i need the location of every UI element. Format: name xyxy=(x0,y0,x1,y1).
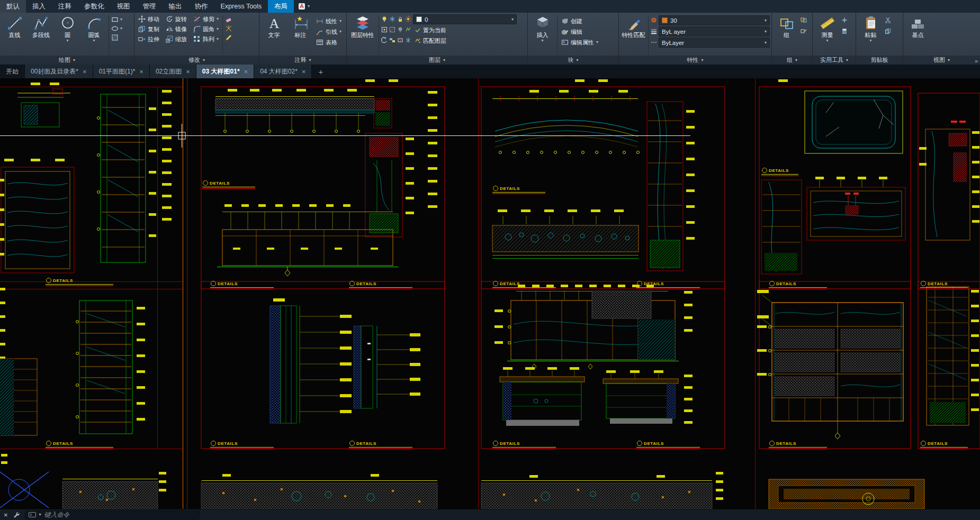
group-edit-button[interactable] xyxy=(801,27,807,37)
menu-tab-view[interactable]: 视图 xyxy=(111,0,137,13)
hatch-tool-button[interactable] xyxy=(111,34,122,41)
trim-button[interactable]: 修剪▾ xyxy=(192,14,220,24)
ribbon-overflow-icon[interactable]: » xyxy=(975,58,978,64)
copy-button[interactable]: 复制 xyxy=(137,24,161,34)
ellipse-tool-button[interactable]: ▾ xyxy=(111,25,122,32)
move-button[interactable]: 移动 xyxy=(137,14,161,24)
panel-label-properties[interactable]: 特性▾ xyxy=(619,56,771,65)
array-button[interactable]: 阵列▾ xyxy=(192,34,220,44)
chevron-down-icon: ▾ xyxy=(217,37,219,41)
layer-merge-button[interactable] xyxy=(389,36,395,45)
scale-button[interactable]: 缩放 xyxy=(164,34,188,44)
panel-label-layers[interactable]: 图层▾ xyxy=(347,56,527,65)
layer-isolate-button[interactable] xyxy=(381,25,388,35)
layer-sun-button[interactable] xyxy=(405,15,411,24)
match-layer-button[interactable]: 匹配图层 xyxy=(413,36,448,45)
circle-button[interactable]: 圆 ▾ xyxy=(55,14,80,44)
drawing-canvas[interactable]: DETAILS DETAILS DETAILS DETAILS DETAILS … xyxy=(0,78,980,509)
copy-clip-button[interactable] xyxy=(885,27,891,37)
file-tab-cover[interactable]: 00封面及目录表*× xyxy=(25,65,93,78)
table-button[interactable]: 表格 xyxy=(314,38,343,47)
text-button[interactable]: A 文字 xyxy=(262,14,286,39)
ungroup-button[interactable] xyxy=(801,16,807,25)
linear-dim-button[interactable]: 线性▾ xyxy=(314,16,343,26)
color-combo[interactable]: 30 ▾ xyxy=(659,15,770,25)
layer-freeze-button[interactable] xyxy=(389,15,395,24)
group-button[interactable]: 组 xyxy=(774,14,799,39)
tab-close-icon[interactable]: × xyxy=(244,68,248,76)
panel-label-modify[interactable]: 修改▾ xyxy=(134,56,259,65)
layer-freeze-all-button[interactable] xyxy=(405,36,411,45)
menu-tab-collaborate[interactable]: 协作 xyxy=(188,0,214,13)
layer-walk-button[interactable] xyxy=(405,25,411,35)
basepoint-button[interactable]: 基点 xyxy=(905,14,930,39)
fillet-button[interactable]: 圆角▾ xyxy=(192,24,220,34)
explode-button[interactable] xyxy=(225,25,232,32)
tab-close-icon[interactable]: × xyxy=(83,68,87,76)
new-tab-button[interactable]: + xyxy=(312,65,329,78)
leader-button[interactable]: 引线▾ xyxy=(314,27,343,37)
file-tab-elevation[interactable]: 02立面图× xyxy=(150,65,196,78)
cut-button[interactable] xyxy=(885,16,891,25)
arc-button[interactable]: 圆弧 ▾ xyxy=(82,14,106,44)
mirror-button[interactable]: 镜像 xyxy=(164,24,188,34)
menu-tab-annotate[interactable]: 注释 xyxy=(52,0,78,13)
file-tab-start[interactable]: 开始 xyxy=(0,65,25,78)
material-sphere-button[interactable] xyxy=(651,16,657,25)
menu-tab-home[interactable]: 默认 xyxy=(0,0,26,13)
linetype-tool-button[interactable] xyxy=(651,38,657,48)
edit-block-button[interactable]: 编辑 xyxy=(560,27,600,37)
edit-attributes-button[interactable]: 编辑属性▾ xyxy=(560,38,600,47)
paste-button[interactable]: 粘贴 ▾ xyxy=(858,14,883,44)
dimension-button[interactable]: 标注 xyxy=(288,14,313,39)
linetype-combo[interactable]: ByLayer ▾ xyxy=(659,38,770,48)
panel-label-view[interactable]: 视图▾ xyxy=(903,56,980,65)
wrench-icon[interactable] xyxy=(13,511,20,518)
command-close-button[interactable]: × xyxy=(4,512,8,518)
tab-close-icon[interactable]: × xyxy=(302,68,306,76)
measure-button[interactable]: 测量 ▾ xyxy=(815,14,840,44)
rotate-button[interactable]: 旋转 xyxy=(164,14,188,24)
panel-label-utilities[interactable]: 实用工具▾ xyxy=(813,56,856,65)
panel-label-annotate[interactable]: 注释▾ xyxy=(259,56,346,65)
set-current-button[interactable]: 置为当前 xyxy=(413,25,448,35)
polyline-button[interactable]: 多段线 xyxy=(29,14,53,39)
layer-lock-button[interactable] xyxy=(397,15,403,24)
layer-unisolate-button[interactable] xyxy=(389,25,395,35)
layer-combo[interactable]: 0 ▾ xyxy=(413,14,517,24)
layer-properties-button[interactable]: 图层特性 xyxy=(349,14,376,39)
layer-delete-button[interactable] xyxy=(397,36,403,45)
layer-prev-button[interactable] xyxy=(381,36,388,45)
quick-calc-button[interactable] xyxy=(841,27,848,37)
insert-block-button[interactable]: 插入 ▾ xyxy=(530,14,555,44)
id-point-button[interactable] xyxy=(841,16,848,25)
lineweight-tool-button[interactable] xyxy=(651,27,657,37)
file-tab-detail01[interactable]: 03 大样图01*× xyxy=(196,65,254,78)
file-tab-detail02[interactable]: 04 大样图02*× xyxy=(254,65,312,78)
workspace-badge[interactable]: ▾ xyxy=(294,0,314,13)
file-tab-plan[interactable]: 01平面图(1)*× xyxy=(93,65,150,78)
menu-tab-layout[interactable]: 布局 xyxy=(268,0,294,13)
rectangle-tool-button[interactable]: ▾ xyxy=(111,16,122,23)
stretch-button[interactable]: 拉伸 xyxy=(137,34,161,44)
match-properties-button[interactable]: 特性匹配 xyxy=(621,14,646,39)
erase-button[interactable] xyxy=(225,16,232,23)
menu-tab-insert[interactable]: 插入 xyxy=(26,0,52,13)
command-input[interactable]: ▾ 键入命令 xyxy=(25,510,200,519)
layer-off-button[interactable] xyxy=(397,25,403,35)
tab-close-icon[interactable]: × xyxy=(139,68,143,76)
layer-on-button[interactable] xyxy=(381,15,388,24)
panel-label-group[interactable]: 组▾ xyxy=(772,56,812,65)
tab-close-icon[interactable]: × xyxy=(186,68,190,76)
create-block-button[interactable]: 创建 xyxy=(560,16,600,26)
menu-tab-express[interactable]: Express Tools xyxy=(214,0,268,13)
menu-tab-manage[interactable]: 管理 xyxy=(137,0,163,13)
menu-tab-parametric[interactable]: 参数化 xyxy=(78,0,111,13)
menu-tab-output[interactable]: 输出 xyxy=(163,0,188,13)
lineweight-combo[interactable]: ByL ayer ▾ xyxy=(659,26,770,37)
line-button[interactable]: 直线 xyxy=(2,14,27,39)
panel-label-clipboard[interactable]: 剪贴板 xyxy=(856,56,903,65)
panel-label-draw[interactable]: 绘图▾ xyxy=(0,56,134,65)
edit-pencil-button[interactable] xyxy=(225,34,232,41)
panel-label-block[interactable]: 块▾ xyxy=(528,56,618,65)
